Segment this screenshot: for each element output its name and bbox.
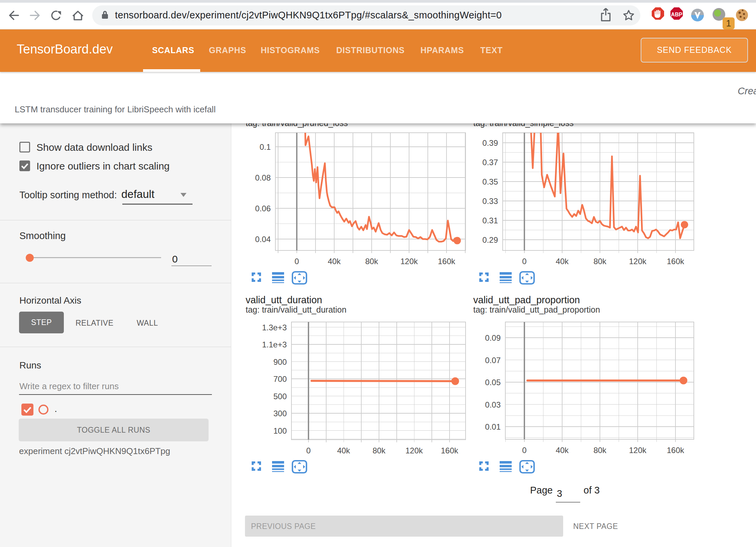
svg-text:ABP: ABP bbox=[671, 12, 682, 17]
svg-text:80k: 80k bbox=[594, 257, 607, 266]
svg-text:1.3e+3: 1.3e+3 bbox=[262, 323, 287, 332]
svg-text:0.31: 0.31 bbox=[482, 216, 498, 225]
svg-text:tag: train/valid_utt_pad_propo: tag: train/valid_utt_pad_proportion bbox=[473, 305, 600, 314]
svg-text:1: 1 bbox=[726, 18, 731, 28]
svg-text:120k: 120k bbox=[400, 257, 418, 266]
svg-text:0.35: 0.35 bbox=[482, 177, 498, 186]
svg-text:500: 500 bbox=[273, 392, 287, 401]
svg-text:80k: 80k bbox=[373, 446, 386, 455]
svg-text:tag: train/valid_utt_duration: tag: train/valid_utt_duration bbox=[246, 305, 347, 314]
svg-text:0.37: 0.37 bbox=[482, 158, 498, 167]
svg-text:0.09: 0.09 bbox=[485, 333, 501, 342]
svg-text:0: 0 bbox=[522, 257, 526, 266]
svg-text:0: 0 bbox=[306, 446, 310, 455]
svg-text:300: 300 bbox=[273, 409, 287, 418]
svg-text:80k: 80k bbox=[594, 446, 607, 455]
svg-text:120k: 120k bbox=[629, 257, 647, 266]
svg-text:0: 0 bbox=[294, 257, 299, 266]
svg-text:valid_utt_pad_proportion: valid_utt_pad_proportion bbox=[473, 295, 580, 305]
svg-text:100: 100 bbox=[273, 426, 287, 435]
svg-text:80k: 80k bbox=[365, 257, 379, 266]
svg-text:900: 900 bbox=[273, 357, 287, 366]
svg-text:0.04: 0.04 bbox=[255, 235, 271, 244]
svg-text:40k: 40k bbox=[337, 446, 351, 455]
svg-text:0.33: 0.33 bbox=[482, 197, 498, 206]
svg-text:0: 0 bbox=[522, 446, 526, 455]
svg-text:valid_utt_duration: valid_utt_duration bbox=[246, 295, 322, 305]
svg-text:0.05: 0.05 bbox=[485, 378, 501, 387]
svg-text:40k: 40k bbox=[328, 257, 341, 266]
svg-text:0.07: 0.07 bbox=[485, 356, 501, 365]
svg-text:0.01: 0.01 bbox=[485, 422, 501, 431]
svg-text:1.1e+3: 1.1e+3 bbox=[262, 340, 287, 349]
svg-text:0.06: 0.06 bbox=[255, 204, 271, 213]
svg-text:160k: 160k bbox=[441, 446, 459, 455]
svg-text:0.1: 0.1 bbox=[260, 142, 271, 151]
svg-text:120k: 120k bbox=[405, 446, 423, 455]
svg-text:120k: 120k bbox=[629, 446, 647, 455]
svg-text:0.29: 0.29 bbox=[482, 235, 498, 244]
svg-text:160k: 160k bbox=[667, 446, 684, 455]
svg-text:0.08: 0.08 bbox=[255, 173, 271, 182]
svg-text:0.39: 0.39 bbox=[482, 138, 498, 147]
svg-text:700: 700 bbox=[273, 374, 287, 384]
svg-text:160k: 160k bbox=[667, 257, 684, 266]
svg-text:40k: 40k bbox=[556, 446, 569, 455]
svg-text:0.03: 0.03 bbox=[485, 400, 501, 409]
svg-text:40k: 40k bbox=[556, 257, 569, 266]
svg-text:160k: 160k bbox=[438, 257, 456, 266]
